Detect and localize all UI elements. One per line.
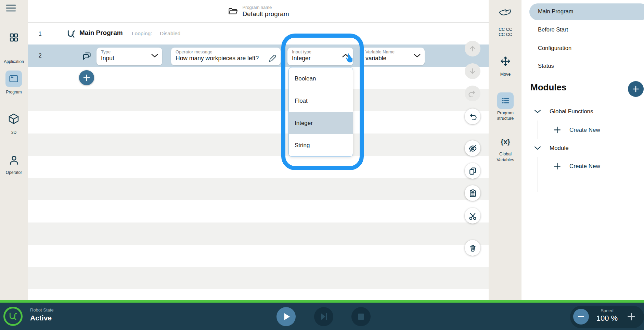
freedrive-label-line2: CC CC bbox=[489, 32, 522, 38]
braces-x-icon: {x} bbox=[489, 138, 522, 146]
chevron-down-icon[interactable] bbox=[534, 109, 541, 114]
chevron-down-icon bbox=[151, 53, 159, 58]
program-row-stripe bbox=[28, 134, 489, 156]
sidebar-item-application[interactable]: Application bbox=[0, 33, 28, 48]
option-integer-selected[interactable]: Integer bbox=[289, 112, 353, 134]
play-icon bbox=[276, 307, 296, 326]
cut-button[interactable] bbox=[465, 208, 480, 224]
stop-button-disabled bbox=[351, 307, 371, 326]
create-new-function-button[interactable]: Create New bbox=[553, 126, 600, 134]
tree-indent-line bbox=[538, 120, 538, 139]
option-float[interactable]: Float bbox=[289, 90, 353, 112]
robot-state-logo[interactable] bbox=[3, 307, 23, 326]
type-select-value: Input bbox=[101, 54, 158, 62]
undo-icon bbox=[468, 112, 477, 121]
variable-name-select[interactable]: Variable Name variable bbox=[361, 48, 425, 65]
operator-person-icon bbox=[9, 155, 20, 166]
global-variables-label-line2: Variables bbox=[489, 157, 522, 163]
sidebar-label: Operator bbox=[0, 170, 28, 175]
app-root: Application Program 3D Operator bbox=[0, 0, 644, 330]
hamburger-icon bbox=[5, 3, 16, 13]
right-toolbar: CC CC CC CC Move Program structure {x} G… bbox=[489, 0, 521, 300]
type-select[interactable]: Type Input bbox=[96, 48, 162, 65]
variable-name-value: variable bbox=[365, 54, 421, 62]
skip-icon bbox=[314, 307, 333, 326]
app-grid-icon bbox=[9, 33, 18, 42]
nav-before-start[interactable]: Before Start bbox=[538, 26, 568, 33]
program-row-stripe bbox=[28, 223, 489, 245]
delete-button[interactable] bbox=[465, 240, 480, 256]
program-area: Program name Default program 1 Main Prog… bbox=[28, 0, 489, 300]
option-boolean[interactable]: Boolean bbox=[289, 67, 353, 90]
sidebar-label: 3D bbox=[0, 130, 28, 135]
program-structure-label-line1: Program bbox=[489, 111, 522, 116]
operator-message-field[interactable]: Operator message How many workpieces are… bbox=[171, 48, 281, 65]
pencil-icon[interactable] bbox=[268, 51, 278, 62]
input-type-label: Input type bbox=[292, 50, 349, 54]
trash-icon bbox=[468, 244, 477, 252]
ur-logo-icon bbox=[9, 312, 17, 321]
create-new-module-button[interactable]: Create New bbox=[553, 162, 600, 170]
program-row-stripe bbox=[28, 178, 489, 200]
ur-logo-icon bbox=[67, 29, 76, 38]
program-name-block: Program name Default program bbox=[242, 5, 289, 18]
tree-indent-line bbox=[538, 157, 538, 192]
hand-cursor-icon bbox=[344, 53, 354, 64]
copy-button[interactable] bbox=[465, 163, 480, 179]
footer-bar: Robot State Active Speed 100 % bbox=[0, 300, 644, 330]
row-number: 1 bbox=[36, 23, 44, 45]
left-sidebar: Application Program 3D Operator bbox=[0, 0, 28, 300]
nav-status[interactable]: Status bbox=[538, 63, 554, 69]
undo-button[interactable] bbox=[465, 109, 480, 124]
freedrive-label-line1: CC CC bbox=[489, 27, 522, 33]
move-label: Move bbox=[489, 72, 522, 77]
program-structure-tile-selected bbox=[497, 92, 514, 109]
eye-off-icon bbox=[468, 144, 477, 153]
create-new-module-label: Create New bbox=[569, 163, 600, 170]
program-window-icon bbox=[9, 75, 18, 83]
copy-icon bbox=[468, 167, 477, 175]
paste-button[interactable] bbox=[465, 185, 480, 201]
row-number: 2 bbox=[36, 45, 44, 67]
sidebar-label: Application bbox=[0, 59, 28, 64]
program-name-value[interactable]: Default program bbox=[242, 10, 289, 18]
modules-title: Modules bbox=[530, 82, 566, 93]
operator-message-label: Operator message bbox=[176, 50, 276, 54]
chevron-down-icon bbox=[413, 53, 421, 58]
global-variables-label-line1: Global bbox=[489, 152, 522, 157]
move-up-button-disabled bbox=[465, 41, 480, 56]
chat-icon bbox=[82, 51, 92, 60]
stop-icon bbox=[351, 307, 371, 326]
redo-icon bbox=[468, 89, 477, 98]
chevron-down-icon[interactable] bbox=[534, 146, 541, 151]
suppress-button[interactable] bbox=[465, 140, 480, 156]
add-node-button[interactable] bbox=[79, 70, 94, 85]
play-button[interactable] bbox=[276, 307, 296, 326]
main-program-title: Main Program bbox=[79, 29, 123, 37]
arrow-down-icon bbox=[468, 67, 477, 75]
add-module-button[interactable] bbox=[628, 81, 644, 97]
skip-button-disabled bbox=[314, 307, 333, 326]
list-icon bbox=[500, 96, 511, 106]
cube-3d-icon bbox=[8, 113, 20, 125]
program-header: Program name Default program bbox=[28, 0, 489, 23]
plus-icon bbox=[83, 74, 90, 81]
nav-configuration[interactable]: Configuration bbox=[538, 45, 571, 51]
add-node-row bbox=[28, 67, 489, 89]
group-global-functions[interactable]: Global Functions bbox=[550, 108, 593, 115]
move-arrows-icon bbox=[500, 55, 511, 67]
program-row-input-selected[interactable]: 2 Type Input Operator message How many w… bbox=[28, 45, 489, 67]
menu-button[interactable] bbox=[5, 3, 16, 14]
group-module[interactable]: Module bbox=[550, 145, 569, 152]
plus-icon bbox=[553, 126, 561, 134]
option-string[interactable]: String bbox=[289, 134, 353, 156]
plus-icon bbox=[553, 162, 561, 170]
program-tile-selected bbox=[5, 71, 22, 87]
program-row-stripe bbox=[28, 89, 489, 111]
program-structure-panel: Main Program Before Start Configuration … bbox=[521, 0, 644, 300]
program-row-main[interactable]: 1 Main Program Looping: Disabled bbox=[28, 23, 489, 45]
speed-increase-button[interactable] bbox=[627, 312, 636, 322]
program-name-label: Program name bbox=[242, 5, 289, 10]
nav-main-program-label[interactable]: Main Program bbox=[538, 8, 574, 15]
input-type-select-open[interactable]: Input type Integer bbox=[287, 48, 353, 65]
